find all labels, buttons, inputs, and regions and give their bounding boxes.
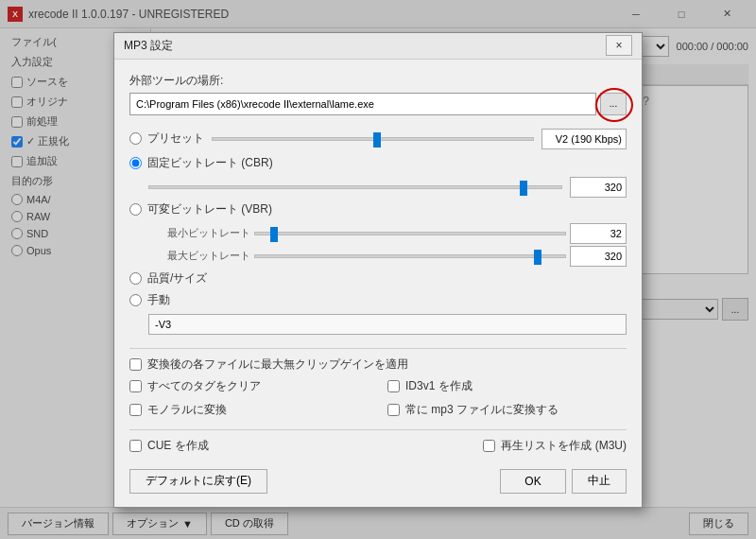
quality-label: 品質/サイズ bbox=[147, 270, 207, 287]
divider-2 bbox=[129, 429, 627, 430]
vbr-min-label: 最小ビットレート bbox=[167, 226, 250, 240]
dialog-body: 外部ツールの場所: ... ? プリセット bbox=[114, 60, 642, 507]
vbr-max-value-input[interactable] bbox=[570, 246, 627, 267]
playlist-checkbox[interactable] bbox=[483, 440, 495, 452]
tool-path-input[interactable] bbox=[129, 93, 596, 115]
manual-row: 手動 bbox=[129, 292, 627, 308]
help-icon[interactable]: ? bbox=[643, 95, 649, 108]
vbr-min-value-input[interactable] bbox=[570, 223, 627, 244]
preset-row: プリセット bbox=[129, 129, 627, 149]
id3v1-label: ID3v1 を作成 bbox=[405, 378, 472, 394]
apply-clip-checkbox[interactable] bbox=[129, 358, 142, 371]
vbr-min-slider[interactable] bbox=[254, 232, 566, 235]
playlist-label: 再生リストを作成 (M3U) bbox=[501, 438, 627, 454]
mono-label: モノラルに変換 bbox=[147, 402, 227, 418]
ok-cancel-group: OK 中止 bbox=[500, 469, 627, 494]
preset-label: プリセット bbox=[147, 130, 204, 147]
browse-button[interactable]: ... bbox=[600, 93, 627, 115]
quality-radio[interactable] bbox=[129, 272, 142, 285]
mp3-label: 常に mp3 ファイルに変換する bbox=[405, 402, 558, 418]
id3v1-checkbox[interactable] bbox=[387, 380, 400, 392]
mp3-checkbox[interactable] bbox=[387, 404, 400, 416]
dialog-titlebar: MP3 設定 × bbox=[114, 33, 642, 60]
vbr-max-slider[interactable] bbox=[254, 254, 566, 258]
manual-label: 手動 bbox=[147, 292, 170, 308]
mono-checkbox[interactable] bbox=[129, 404, 142, 416]
apply-clip-label: 変換後の各ファイルに最大無クリップゲインを適用 bbox=[147, 356, 408, 373]
vbr-row: 可変ビットレート (VBR) bbox=[129, 201, 627, 217]
vbr-min-row: 最小ビットレート bbox=[167, 223, 627, 244]
cbr-radio[interactable] bbox=[129, 157, 142, 169]
preset-value-input[interactable] bbox=[541, 129, 627, 149]
vbr-max-label: 最大ビットレート bbox=[167, 249, 250, 263]
preset-radio[interactable] bbox=[129, 132, 142, 145]
cbr-label: 固定ビットレート (CBR) bbox=[147, 155, 273, 171]
vbr-max-row: 最大ビットレート bbox=[167, 246, 627, 267]
clear-tags-label: すべてのタグをクリア bbox=[147, 378, 261, 394]
cue-label: CUE を作成 bbox=[147, 438, 209, 454]
default-button[interactable]: デフォルトに戻す(E) bbox=[129, 469, 267, 494]
modal-overlay: MP3 設定 × 外部ツールの場所: ... ? プリセット bbox=[0, 0, 756, 539]
mp3-settings-dialog: MP3 設定 × 外部ツールの場所: ... ? プリセット bbox=[113, 32, 643, 508]
vbr-label: 可変ビットレート (VBR) bbox=[147, 201, 272, 217]
id3v1-row: ID3v1 を作成 bbox=[387, 378, 627, 394]
cancel-button[interactable]: 中止 bbox=[572, 469, 627, 494]
cbr-row: 固定ビットレート (CBR) bbox=[129, 155, 627, 171]
mono-row: モノラルに変換 bbox=[129, 402, 369, 418]
preset-slider[interactable] bbox=[212, 137, 534, 141]
cbr-slider[interactable] bbox=[148, 185, 562, 189]
mp3-row: 常に mp3 ファイルに変換する bbox=[387, 402, 627, 418]
quality-row: 品質/サイズ bbox=[129, 270, 627, 287]
vbr-radio[interactable] bbox=[129, 203, 142, 216]
dialog-buttons: デフォルトに戻す(E) OK 中止 bbox=[129, 469, 627, 494]
dialog-close-button[interactable]: × bbox=[606, 35, 632, 56]
bottom-checkbox-row: CUE を作成 再生リストを作成 (M3U) bbox=[129, 438, 627, 458]
dialog-title: MP3 設定 bbox=[124, 38, 606, 54]
cbr-slider-row bbox=[148, 177, 627, 198]
external-tool-label: 外部ツールの場所: bbox=[129, 73, 627, 89]
checkbox-grid: すべてのタグをクリア ID3v1 を作成 モノラルに変換 常に mp3 ファイル… bbox=[129, 378, 627, 422]
tool-path-row: ... ? bbox=[129, 93, 627, 115]
divider bbox=[129, 348, 627, 349]
cue-checkbox[interactable] bbox=[129, 440, 142, 452]
manual-radio[interactable] bbox=[129, 294, 142, 306]
clear-tags-checkbox[interactable] bbox=[129, 380, 142, 392]
manual-input[interactable] bbox=[148, 314, 627, 335]
playlist-row: 再生リストを作成 (M3U) bbox=[483, 438, 627, 454]
cbr-value-input[interactable] bbox=[570, 177, 627, 198]
cue-row: CUE を作成 bbox=[129, 438, 209, 454]
clear-tags-row: すべてのタグをクリア bbox=[129, 378, 369, 394]
clip-checkbox-row: 変換後の各ファイルに最大無クリップゲインを適用 bbox=[129, 356, 627, 373]
ok-button[interactable]: OK bbox=[500, 469, 566, 494]
